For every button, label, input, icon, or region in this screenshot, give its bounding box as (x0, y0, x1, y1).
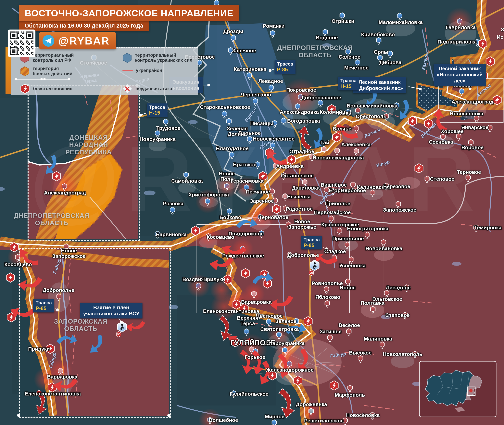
road-badge-number: Н-15 (340, 83, 357, 89)
settlement-label: Сладкое (324, 249, 346, 254)
settlement-label: Березовое (383, 184, 410, 189)
settlement-label: Александровка (280, 109, 319, 115)
settlement-label: Остаповское (281, 173, 314, 179)
river-label: Янчур (375, 159, 390, 168)
settlement-label: Варваровка (47, 374, 77, 380)
settlement-label: Степовое (385, 312, 410, 318)
settlement-label: Барвиновка (156, 232, 187, 237)
settlement-label: Прилуки (28, 346, 50, 352)
settlement-label: Приволье (325, 201, 350, 206)
settlement-label: Братское (233, 162, 257, 167)
settlement-label: Дорожнянка (296, 402, 327, 407)
settlement-label: Вороное (461, 145, 484, 150)
settlement-label: Полтавка (360, 300, 384, 306)
map-callout: Лесной заказник «Дибровский лес» (353, 77, 406, 93)
settlement-label: Январское (461, 125, 488, 130)
road-badge: ТрассаН-15 (147, 103, 167, 117)
settlement-label: Горькое (245, 354, 265, 360)
legend-label: территориальный контроль украинских сил (135, 53, 192, 63)
settlement-label: Левадное (258, 79, 283, 84)
settlement-label: Заречное (250, 199, 274, 204)
legend: территориальный контроль сил РФ территор… (11, 47, 198, 95)
settlement-label: Святопетровка (260, 326, 299, 332)
road-badge-word: Трасса (36, 300, 52, 305)
settlement-label: Ровнополье (312, 281, 343, 286)
settlement-label: Еленоконстантиновка (203, 309, 259, 314)
river-label: Волчья (364, 127, 381, 139)
road-badge: ТрассаР-85 (301, 236, 322, 249)
hex-hatch-icon (20, 66, 30, 77)
telegram-icon (42, 34, 55, 47)
failed-attack-icon (122, 83, 133, 94)
settlement-label: Гуляйпольское (230, 391, 268, 397)
legend-label: территориальный контроль сил РФ (33, 53, 74, 63)
settlement-label: Богодаровка (287, 118, 320, 124)
settlement-label: Терновое (457, 169, 481, 175)
river-label: Гайчур (48, 352, 57, 369)
settlement-label: Малиновка (364, 336, 392, 342)
red-line-icon (122, 69, 133, 72)
settlement-label: Алексеевка (341, 142, 371, 147)
settlement-label: Успеновка (339, 263, 366, 268)
river-label: Гайчур (52, 258, 62, 274)
settlement-label: Первомайское (314, 210, 351, 215)
settlement-label: Большемихайловка (347, 103, 398, 109)
road-badge: ТрассаН-15 (338, 77, 359, 90)
settlement-label: Песчаное (246, 189, 270, 195)
settlement-label: Радостное (286, 206, 313, 212)
settlement-label: Терноватое (259, 215, 288, 220)
settlement-label: Гай (320, 140, 329, 146)
map-callout: Взятие в плен участников атаки ВСУ (80, 303, 143, 319)
settlement-label: Железнодорожное (266, 367, 313, 373)
settlement-label: Старокасьяновское (200, 105, 250, 110)
settlement-label: Вишнёвое (321, 182, 347, 188)
settlement-label: Гавриловка (446, 25, 476, 30)
map-stage: @RYBAR ГригоровкаРоманкиДроздыЗаречноеБе… (0, 0, 504, 425)
settlement-label: Заречное (232, 48, 256, 53)
settlement-label: Подгавриловка (438, 39, 477, 45)
clipped-label-fragment: Ис (497, 34, 503, 40)
settlement-label: Решетиловское (304, 418, 344, 424)
settlement-label: Волчье (332, 126, 351, 132)
settlement-label: Степовое (430, 176, 454, 182)
settlement-label: Варваровка (241, 299, 272, 305)
road-badge: ТрассаР-85 (275, 60, 296, 74)
settlement-label: Покровское (286, 87, 316, 93)
settlement-label: Затишье (319, 329, 342, 334)
map-subtitle: Обстановка на 16.00 30 декабря 2025 года (19, 21, 149, 31)
settlement-label: Благодатное (216, 146, 248, 151)
settlement-label: Запорожское (383, 207, 416, 213)
settlement-label: Новосёловка (346, 413, 380, 418)
lightning-icon (20, 83, 30, 94)
settlement-label: Староукраинка (266, 341, 305, 346)
settlement-label: Мечетное (344, 65, 368, 71)
settlement-label: Отришки (332, 19, 354, 24)
settlement-label: Зеленое (275, 319, 296, 324)
settlement-label: Сосновка (429, 139, 453, 145)
settlement-label: Новоивановка (365, 246, 402, 251)
settlement-label: Отрадное (289, 149, 314, 154)
settlement-label: Христофоровка (188, 192, 229, 198)
river-label: Каменка (421, 51, 430, 71)
settlement-label: Трудовое (156, 126, 180, 131)
river-label: Вороная (420, 121, 437, 139)
road-badge-number: Р-85 (277, 67, 293, 73)
road-badge-word: Трасса (149, 105, 165, 110)
settlement-label: Новое Запорожье (288, 219, 316, 230)
settlement-label: Александроград (452, 99, 494, 105)
settlement-label: Маломихайловка (378, 20, 423, 25)
settlement-label: Водяное (316, 35, 338, 40)
settlement-label: Темировка (474, 225, 501, 231)
settlement-label: Писанцы (250, 121, 273, 126)
settlement-label: Орестополь (356, 114, 386, 119)
road-badge-word: Трасса (277, 61, 293, 67)
settlement-label: Новозлатополь (383, 352, 422, 357)
settlement-label: Весёлое (339, 323, 360, 328)
settlement-label: Александроград (44, 190, 86, 196)
region-label: ДНЕПРОПЕТРОВСКАЯ ОБЛАСТЬ (14, 212, 89, 227)
road-badge-word: Трасса (304, 237, 320, 243)
road-badge-number: Р-85 (304, 243, 320, 248)
settlement-label: Доброспасовое (301, 95, 341, 101)
settlement-label: Нечаевка (287, 194, 311, 199)
settlement-label: Герасимовка (231, 178, 264, 184)
